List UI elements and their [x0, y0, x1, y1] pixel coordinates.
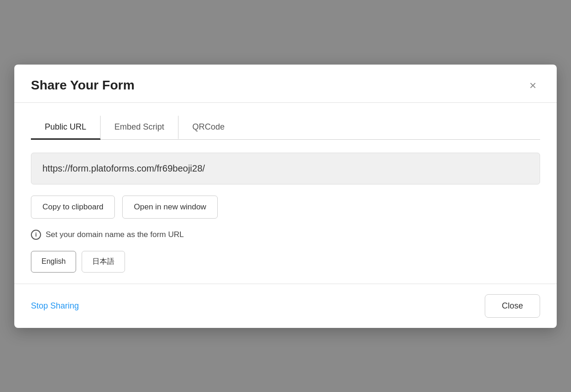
tab-public-url[interactable]: Public URL: [31, 116, 101, 140]
modal-footer: Stop Sharing Close: [14, 284, 557, 328]
modal-body: Public URL Embed Script QRCode https://f…: [14, 103, 557, 284]
domain-info-text: Set your domain name as the form URL: [46, 230, 184, 239]
tab-bar: Public URL Embed Script QRCode: [31, 116, 540, 140]
language-selector-row: English 日本語: [31, 251, 540, 273]
close-button[interactable]: Close: [485, 294, 540, 318]
tab-qrcode[interactable]: QRCode: [178, 116, 238, 140]
copy-to-clipboard-button[interactable]: Copy to clipboard: [31, 196, 115, 219]
lang-button-english[interactable]: English: [31, 251, 76, 273]
stop-sharing-button[interactable]: Stop Sharing: [31, 301, 79, 311]
modal-title: Share Your Form: [31, 78, 135, 93]
domain-info-row: i Set your domain name as the form URL: [31, 230, 540, 240]
share-form-modal: Share Your Form × Public URL Embed Scrip…: [14, 65, 557, 328]
info-icon: i: [31, 230, 41, 240]
modal-header: Share Your Form ×: [14, 65, 557, 102]
tab-embed-script[interactable]: Embed Script: [101, 116, 178, 140]
modal-close-button[interactable]: ×: [526, 77, 540, 93]
modal-overlay: Share Your Form × Public URL Embed Scrip…: [0, 0, 571, 392]
url-display-box: https://form.platoforms.com/fr69beoji28/: [31, 153, 540, 184]
action-button-row: Copy to clipboard Open in new window: [31, 196, 540, 219]
open-in-new-window-button[interactable]: Open in new window: [122, 196, 218, 219]
lang-button-japanese[interactable]: 日本語: [82, 251, 125, 273]
